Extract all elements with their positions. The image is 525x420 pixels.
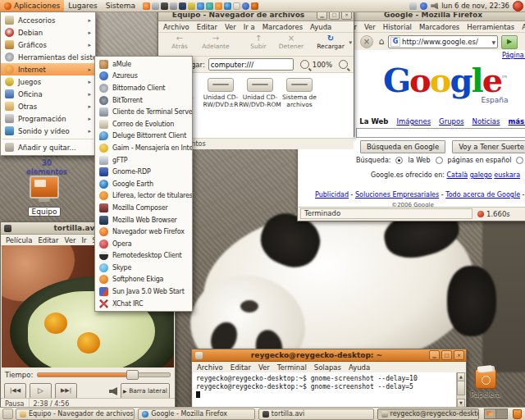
menu-item-internet[interactable]: Internet▸ (1, 63, 95, 75)
firefox-launcher-icon[interactable] (143, 2, 150, 10)
radio-la-web[interactable] (395, 157, 403, 164)
page-launcher-icon[interactable] (233, 2, 240, 10)
menu-terminal[interactable]: Terminal (277, 363, 307, 372)
workspace-1[interactable] (485, 409, 495, 418)
menu-herramientas[interactable]: Herramientas (467, 23, 514, 31)
menu-ver[interactable]: Ver (65, 236, 76, 244)
menu-solapas[interactable]: Solapas (314, 363, 341, 372)
link-euskara[interactable]: euskara (494, 171, 520, 179)
menu-editar[interactable]: Editar (197, 23, 217, 31)
menu-historial[interactable]: Historial (383, 23, 412, 31)
show-desktop-button[interactable] (2, 409, 13, 419)
menu-editar[interactable]: Editar (231, 363, 251, 372)
menu-item-mozilla-composer[interactable]: Mozilla Composer (95, 202, 192, 214)
file-item-cd-dvd-rom[interactable]: Unidad CD-RW/DVD-ROM (239, 78, 281, 108)
stop-icon[interactable]: × (360, 35, 373, 48)
ball-launcher-icon[interactable] (206, 2, 213, 10)
menu-item-mozilla[interactable]: Mozilla Web Browser (95, 214, 192, 226)
menu-pelicula[interactable]: Película (6, 236, 32, 244)
menu-item-oficina[interactable]: Oficina▸ (1, 88, 95, 100)
link-soluciones[interactable]: Soluciones Empresariales (355, 191, 439, 199)
menu-ver[interactable]: Ver (258, 363, 270, 372)
radio-paginas-espana[interactable] (516, 157, 523, 164)
menu-ayuda[interactable]: Ayuda (522, 23, 525, 31)
forward-button[interactable]: →Adelante (198, 34, 234, 50)
menu-ver[interactable]: Ver (364, 23, 376, 31)
menu-item-gnome-rdp[interactable]: Gnome-RDP (95, 166, 192, 178)
menu-item-google-earth[interactable]: Google Earth (95, 178, 192, 190)
link-pagina-principal[interactable]: Página principal (502, 52, 525, 59)
file-item-filesystem[interactable]: Sistema de archivos (278, 78, 321, 108)
applications-menu-button[interactable]: Aplicaciones (0, 0, 64, 11)
previous-button[interactable]: |◀◀ (4, 383, 26, 399)
play-button[interactable]: ▷ (30, 383, 52, 399)
drop-launcher-icon[interactable] (197, 2, 204, 10)
link-todo-acerca[interactable]: Todo acerca de Google (445, 191, 520, 199)
desktop-icon-equipo[interactable]: Equipo (23, 176, 66, 217)
toolbar-overflow-icon[interactable]: ▾ (349, 39, 352, 46)
earth-launcher-icon[interactable] (224, 2, 231, 10)
go-button[interactable]: ▶ (501, 35, 518, 49)
file-item-cd-dvd-r[interactable]: Unidad CD-RW/DVD±R (199, 78, 242, 108)
maximize-icon[interactable]: □ (441, 350, 452, 360)
menu-item-bittornado[interactable]: Bittornado Client (95, 82, 192, 94)
reload-button[interactable]: ↻Recargar (313, 34, 349, 50)
menu-item-xchat[interactable]: XChat IRC (95, 298, 192, 310)
menu-item-skype[interactable]: Skype (95, 262, 192, 274)
menu-item-herramientas[interactable]: Herramientas del sistema▸ (1, 51, 95, 63)
home-icon[interactable]: ⌂ (375, 35, 388, 48)
menu-editar[interactable]: Editar (38, 236, 58, 244)
menu-item-ekiga[interactable]: Softphone Ekiga (95, 274, 192, 286)
modem-icon[interactable] (409, 2, 417, 10)
clock[interactable]: lun 6 de nov, 22:36 (441, 2, 509, 10)
quit-icon[interactable] (513, 1, 523, 11)
orange-launcher-icon[interactable] (215, 2, 222, 10)
back-button[interactable]: ←Atrás (162, 34, 198, 50)
menu-item-evolution[interactable]: Correo de Evolution (95, 118, 192, 130)
places-menu-button[interactable]: Lugares (64, 0, 102, 11)
url-input[interactable] (402, 38, 490, 46)
taskbar-button-player[interactable]: tortilla.avi (258, 409, 374, 420)
menu-item-programacion[interactable]: Programación▸ (1, 112, 95, 125)
menu-item-remotedesktop[interactable]: Remotedesktop Client (95, 250, 192, 262)
system-menu-button[interactable]: Sistema (102, 0, 139, 11)
swirl-launcher-icon[interactable] (251, 2, 258, 10)
menu-archivo[interactable]: Archivo (163, 23, 189, 31)
menu-item-graficos[interactable]: Gráficos▸ (1, 39, 95, 51)
tab-mas[interactable]: más » (509, 117, 525, 126)
terminal-body[interactable]: reygecko@reygecko-desktop:~$ gnome-scree… (193, 372, 465, 408)
scrollbar-thumb[interactable] (457, 381, 465, 395)
menu-ir[interactable]: Ir (81, 236, 86, 244)
tab-la-web[interactable]: La Web (359, 117, 388, 126)
blue-circle-launcher-icon[interactable] (242, 2, 249, 10)
google-search-button[interactable]: Búsqueda en Google (360, 140, 445, 153)
menu-item-accesorios[interactable]: Accesorios▸ (1, 14, 95, 26)
next-button[interactable]: ▶▶| (55, 383, 77, 399)
menu-item-gftp[interactable]: gFTP (95, 154, 192, 167)
desktop-icon-trash[interactable]: Papelera (468, 369, 504, 399)
google-search-input[interactable] (356, 128, 525, 138)
camera-launcher-icon[interactable] (161, 2, 168, 10)
terminal-titlebar[interactable]: reygecko@reygecko-desktop: ~ ▁ □ × (192, 349, 466, 362)
menu-item-java-webstart[interactable]: Sun Java 5.0 Web Start (95, 285, 192, 298)
menu-item-amule[interactable]: aMule (95, 58, 192, 71)
link-galego[interactable]: galego (470, 171, 492, 179)
zoom-in-icon[interactable] (339, 60, 348, 69)
menu-item-debian[interactable]: Debian▸ (1, 26, 95, 39)
tab-grupos[interactable]: Grupos (439, 117, 464, 126)
scissors-launcher-icon[interactable] (188, 2, 195, 10)
menu-item-liferea[interactable]: Liferea, lector de titulares RSS (95, 190, 192, 203)
menu-item-juegos[interactable]: Juegos▸ (1, 75, 95, 88)
monitor-launcher-icon[interactable] (152, 2, 159, 10)
tab-imagenes[interactable]: Imágenes (396, 117, 431, 126)
menu-item-bittorrent[interactable]: BitTorrent (95, 94, 192, 107)
workspace-2[interactable] (495, 409, 507, 418)
minimize-icon[interactable]: ▁ (429, 350, 440, 360)
taskbar-button-terminal[interactable]: reygecko@reygecko-desktop: ~ (377, 409, 479, 420)
terminal-scrollbar[interactable]: ▲ ▼ (456, 372, 465, 408)
trash-applet-icon[interactable] (513, 409, 522, 419)
menu-ayuda[interactable]: Ayuda (349, 363, 370, 372)
time-slider-handle[interactable] (126, 370, 139, 380)
menu-item-firefox[interactable]: Navegador web Firefox (95, 226, 192, 238)
taskbar-button-file-manager[interactable]: Equipo - Navegador de archivos (16, 409, 135, 420)
